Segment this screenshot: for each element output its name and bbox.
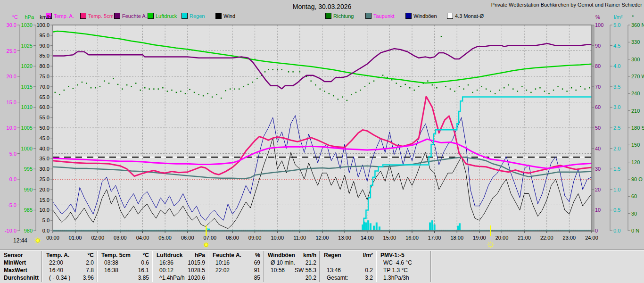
table-max-time: TP 1.3 °C [383,267,408,274]
axis-tick-label: 1030 [21,22,33,28]
series-richtung-dot [113,78,114,79]
axis-tick-label: 80 [595,63,601,69]
sunset-sun-icon-ray [488,246,489,247]
table-column-separator [263,251,264,282]
axis-tick-label: 90 O [631,176,643,182]
x-tick-label: 07:00 [204,235,217,241]
axis-tick-label: 120 [631,159,640,165]
table-avg-time: 1.3hPa/3h [383,275,409,281]
series-richtung-dot [472,92,473,93]
series-richtung-dot [481,86,482,87]
series-richtung-dot [329,93,330,94]
axis-tick-label: 45.0 [40,135,50,141]
table-column-separator [208,251,209,282]
x-tick-label: 18:00 [450,235,463,241]
series-richtung-dot [77,84,78,85]
axis-tick-label: 30 [595,166,601,172]
series-richtung-dot [373,80,374,81]
axis-tick-label: 50.0 [40,125,50,131]
series-richtung-dot [243,86,244,87]
series-richtung-dot [158,88,159,89]
axis-tick-label: 3.0 [613,104,620,110]
series-richtung-dot [198,94,199,95]
series-richtung-dot [131,86,132,87]
axis-tick-label: 20.0 [7,74,17,79]
table-min-value: 21.2 [274,259,316,266]
series-richtung-dot [450,88,451,89]
axis-tick-label: 0 [595,228,598,233]
series-richtung-dot [445,86,446,87]
x-tick-label: 23:00 [563,235,576,241]
axis-tick-label: 40.0 [40,146,50,151]
series-richtung-dot [299,71,300,72]
series-richtung-dot [171,90,172,91]
axis-tick-label: 30.0 [7,22,17,28]
series-richtung-dot [230,88,231,89]
axis-tick-label: 1005 [21,125,33,131]
series-richtung-dot [459,86,460,87]
axis-tick-label: 30.0 [40,166,50,172]
axis-tick-label: 35.0 [40,156,50,161]
series-richtung-dot [91,87,91,88]
x-tick-label: 09:00 [248,235,262,241]
x-tick-label: 17:00 [428,235,441,241]
series-richtung-dot [391,79,392,80]
series-richtung-dot [68,86,69,87]
series-richtung-dot [310,80,311,81]
axis-tick-label: 40 [595,146,601,151]
axis-tick-label: 10 [595,207,601,213]
series-richtung-dot [342,96,343,97]
rain-bar [367,220,369,231]
rain-bar [376,223,378,231]
series-richtung-dot [580,86,581,87]
x-tick-label: 13:00 [338,235,351,241]
table-avg-value: 1020.6 [163,275,205,281]
sunrise-sun-icon-ray [207,242,208,243]
series-richtung-dot [535,88,536,89]
table-col-unit: °C [51,252,94,258]
axis-tick-label: 30 [631,211,637,216]
table-col-unit: °C [107,252,149,258]
axis-unit-percent: % [595,14,600,20]
series-richtung-dot [526,90,527,91]
rain-bar [365,223,367,231]
series-richtung-dot [418,86,419,87]
x-tick-label: 21:00 [518,235,531,241]
series-richtung-dot [268,69,269,70]
axis-tick-label: 4.5 [613,43,620,49]
x-tick-label: 08:00 [226,235,239,241]
series-richtung-dot [59,94,60,95]
series-richtung-dot [495,93,495,94]
sunrise-sun-icon-ray [204,242,205,243]
series-richtung-dot [405,84,406,85]
axis-tick-label: 75.0 [40,74,50,79]
axis-tick-label: 10.0 [7,125,17,131]
daylight-sun-icon-ray [35,242,36,243]
series-richtung-dot [207,93,208,94]
axis-tick-label: 20.0 [40,187,50,192]
rain-bar [459,223,461,231]
series-richtung-dot [194,92,195,93]
series-richtung-dot [486,88,487,89]
sunrise-sun-icon [204,243,208,247]
series-richtung-dot [585,88,586,89]
axis-unit-pressure: hPa [25,14,34,20]
series-richtung-dot [167,91,168,92]
x-tick-label: 16:00 [405,235,419,241]
series-richtung-dot [468,84,469,85]
series-richtung-dot [82,82,83,83]
x-tick-label: 05:00 [158,235,172,241]
axis-tick-label: 70.0 [40,84,50,90]
series-richtung-dot [382,75,383,75]
series-richtung-dot [575,90,576,91]
series-richtung-dot [566,91,567,92]
axis-tick-label: 1020 [21,63,33,69]
series-richtung-dot [548,93,549,94]
axis-tick-label: 60 [631,193,637,199]
series-richtung-dot [490,91,491,92]
x-tick-label: 02:00 [91,235,104,241]
series-richtung-dot [315,84,316,85]
x-tick-label: 15:00 [383,235,396,241]
x-tick-label: 10:00 [271,235,284,241]
axis-tick-label: 5.0 [9,151,17,157]
